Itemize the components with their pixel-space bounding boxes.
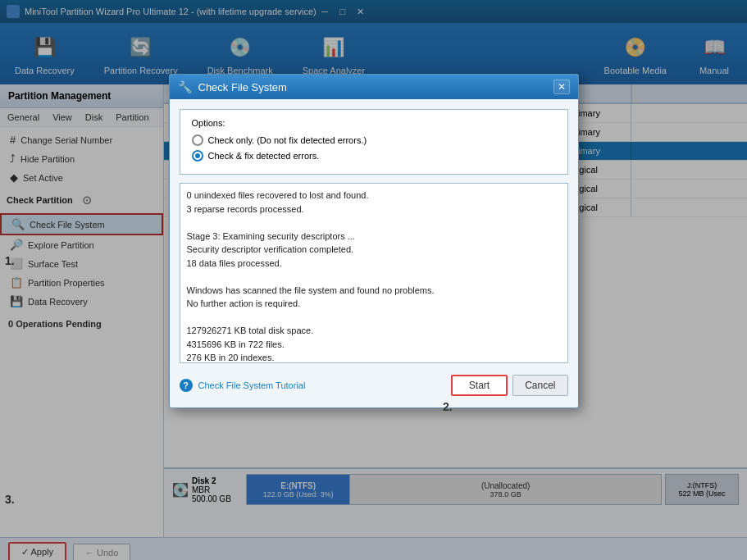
modal-footer-buttons: Start Cancel xyxy=(451,375,568,396)
modal-header: 🔧 Check File System ✕ xyxy=(170,75,578,99)
log-line-2: 3 reparse records processed. xyxy=(187,203,561,216)
log-line-6: Windows has scanned the file system and … xyxy=(187,284,561,298)
modal-help-icon: ? xyxy=(180,379,193,392)
modal-log: 0 unindexed files recovered to lost and … xyxy=(180,183,568,363)
modal-footer: ? Check File System Tutorial Start Cance… xyxy=(180,371,568,398)
log-line-10: 276 KB in 20 indexes. xyxy=(187,351,561,363)
radio-check-fix-outer xyxy=(192,150,203,162)
radio-check-only-label: Check only. (Do not fix detected errors.… xyxy=(208,135,367,145)
modal-start-button[interactable]: Start xyxy=(451,375,508,396)
modal-help-link-label: Check File System Tutorial xyxy=(198,380,306,390)
radio-check-fix-label: Check & fix detected errors. xyxy=(208,151,320,161)
modal-header-icon: 🔧 xyxy=(178,80,192,93)
modal-close-button[interactable]: ✕ xyxy=(553,80,570,94)
radio-check-only-outer xyxy=(192,134,203,146)
log-line-7: No further action is required. xyxy=(187,297,561,311)
radio-check-only[interactable]: Check only. (Do not fix detected errors.… xyxy=(192,134,556,146)
radio-check-fix-inner xyxy=(195,153,200,158)
modal-body: Options: Check only. (Do not fix detecte… xyxy=(170,99,578,407)
modal-options-title: Options: xyxy=(192,118,556,128)
annotation-2: 2. xyxy=(443,400,453,413)
modal-overlay: 🔧 Check File System ✕ Options: Check onl… xyxy=(0,0,747,560)
modal-help-link[interactable]: Check File System Tutorial xyxy=(193,380,306,390)
log-line-1: 0 unindexed files recovered to lost and … xyxy=(187,189,561,203)
modal-options: Options: Check only. (Do not fix detecte… xyxy=(180,109,568,175)
radio-check-fix[interactable]: Check & fix detected errors. xyxy=(192,150,556,162)
log-line-5: 18 data files processed. xyxy=(187,257,561,271)
modal-cancel-button[interactable]: Cancel xyxy=(512,375,567,396)
log-line-9: 4315696 KB in 722 files. xyxy=(187,338,561,352)
check-file-system-modal: 🔧 Check File System ✕ Options: Check onl… xyxy=(169,74,579,408)
log-line-8: 127926271 KB total disk space. xyxy=(187,324,561,338)
log-line-4: Security descriptor verification complet… xyxy=(187,243,561,257)
log-line-3: Stage 3: Examining security descriptors … xyxy=(187,230,561,244)
modal-header-title: Check File System xyxy=(198,81,553,93)
